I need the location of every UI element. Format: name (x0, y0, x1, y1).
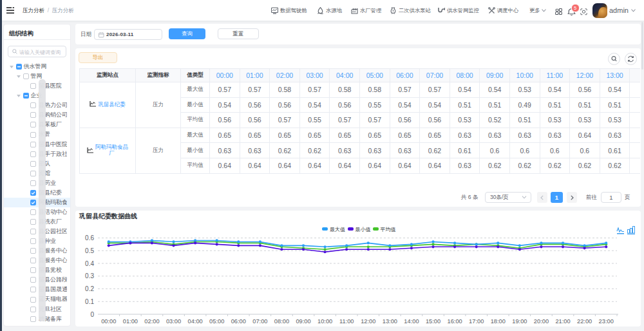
svg-text:21:00: 21:00 (555, 318, 570, 325)
svg-text:15:00: 15:00 (426, 318, 440, 325)
svg-text:03:00: 03:00 (166, 318, 181, 325)
svg-text:04:00: 04:00 (187, 318, 202, 325)
svg-text:09:00: 09:00 (296, 318, 310, 325)
svg-text:0.1: 0.1 (85, 298, 94, 305)
svg-text:02:00: 02:00 (144, 318, 159, 325)
svg-text:0: 0 (90, 311, 94, 318)
svg-text:11:00: 11:00 (339, 318, 354, 325)
svg-text:14:00: 14:00 (404, 318, 419, 325)
svg-text:0.3: 0.3 (85, 272, 94, 279)
svg-text:0.5: 0.5 (85, 247, 94, 254)
svg-text:17:00: 17:00 (469, 318, 484, 325)
svg-text:12:00: 12:00 (361, 318, 375, 325)
svg-text:13:00: 13:00 (383, 318, 397, 325)
svg-text:20:00: 20:00 (534, 318, 549, 325)
svg-text:23:00: 23:00 (599, 318, 614, 325)
svg-text:16:00: 16:00 (447, 318, 462, 325)
svg-text:22:00: 22:00 (577, 318, 592, 325)
svg-text:0.2: 0.2 (85, 285, 94, 292)
svg-text:10:00: 10:00 (317, 318, 332, 325)
svg-text:0.4: 0.4 (85, 260, 94, 267)
svg-text:08:00: 08:00 (274, 318, 289, 325)
svg-text:06:00: 06:00 (231, 318, 246, 325)
svg-text:05:00: 05:00 (209, 318, 224, 325)
svg-text:00:00: 00:00 (101, 318, 116, 325)
svg-text:01:00: 01:00 (123, 318, 138, 325)
svg-text:0.6: 0.6 (85, 234, 94, 241)
svg-text:18:00: 18:00 (491, 318, 506, 325)
svg-text:07:00: 07:00 (252, 318, 267, 325)
svg-text:19:00: 19:00 (512, 318, 527, 325)
